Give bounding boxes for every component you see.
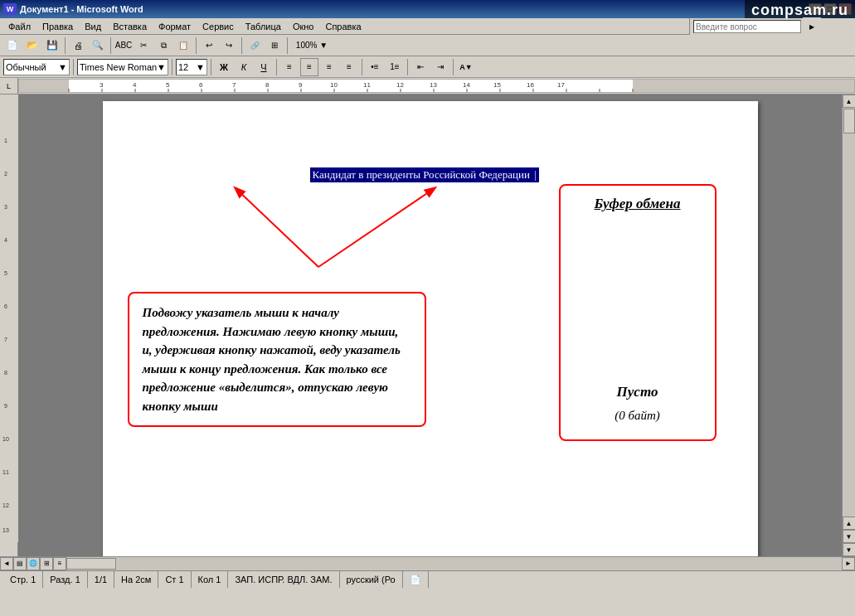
svg-text:10: 10 xyxy=(2,436,9,442)
toolbar-formatting: Обычный ▼ Times New Roman ▼ 12 ▼ Ж К Ч ≡… xyxy=(0,56,855,78)
print-button[interactable]: 🖨 xyxy=(69,36,87,55)
status-pages: 1/1 xyxy=(88,571,114,588)
cut-button[interactable]: ✂ xyxy=(134,36,153,55)
svg-text:14: 14 xyxy=(463,81,470,89)
menu-insert[interactable]: Вставка xyxy=(108,21,152,32)
scroll-track[interactable] xyxy=(843,108,856,517)
scroll-up-button[interactable]: ▲ xyxy=(843,95,856,108)
separator-8 xyxy=(211,59,211,75)
svg-rect-2 xyxy=(633,79,854,93)
zoom-dropdown[interactable]: 100% ▼ xyxy=(291,36,333,55)
indent-increase-button[interactable]: ⇥ xyxy=(431,58,449,76)
align-right-button[interactable]: ≡ xyxy=(320,58,338,76)
scroll-down-button[interactable]: ▼ xyxy=(843,543,856,556)
menu-window[interactable]: Окно xyxy=(288,21,319,32)
bullets-button[interactable]: •≡ xyxy=(366,58,384,76)
buffer-box: Буфер обмена Пусто (0 байт) xyxy=(559,184,717,441)
scroll-thumb[interactable] xyxy=(843,109,855,133)
numbering-button[interactable]: 1≡ xyxy=(386,58,404,76)
table-button[interactable]: ⊞ xyxy=(265,36,284,55)
menu-help[interactable]: Справка xyxy=(320,21,366,32)
undo-button[interactable]: ↩ xyxy=(200,36,218,55)
scroll-next-page-button[interactable]: ▼ xyxy=(843,530,856,543)
paste-button[interactable]: 📋 xyxy=(174,36,192,55)
separator-3 xyxy=(196,37,197,54)
bold-button[interactable]: Ж xyxy=(215,58,233,76)
hyperlink-button[interactable]: 🔗 xyxy=(245,36,264,55)
menu-tools[interactable]: Сервис xyxy=(197,21,239,32)
status-section: Разд. 1 xyxy=(43,571,87,588)
svg-text:5: 5 xyxy=(4,270,7,276)
svg-text:4: 4 xyxy=(4,237,7,243)
status-lang: русский (Ро xyxy=(340,571,403,588)
open-button[interactable]: 📂 xyxy=(23,36,41,55)
svg-line-53 xyxy=(236,188,318,267)
selected-text-content: Кандидат в президенты Российской Федерац… xyxy=(313,168,530,181)
svg-text:15: 15 xyxy=(493,81,501,89)
svg-text:12: 12 xyxy=(396,81,404,89)
separator-5 xyxy=(287,37,288,54)
menu-table[interactable]: Таблица xyxy=(240,21,286,32)
search-input[interactable] xyxy=(693,20,801,33)
redo-button[interactable]: ↪ xyxy=(220,36,238,55)
hscroll-thumb[interactable] xyxy=(66,558,116,570)
document-page[interactable]: Кандидат в президенты Российской Федерац… xyxy=(103,101,758,556)
web-view-button[interactable]: 🌐 xyxy=(27,557,40,570)
ruler-content: 3 4 5 6 7 8 9 10 11 12 13 14 15 16 17 xyxy=(18,79,855,93)
text-color-button[interactable]: A▼ xyxy=(457,58,475,76)
indent-decrease-button[interactable]: ⇤ xyxy=(411,58,430,76)
copy-button[interactable]: ⧉ xyxy=(154,36,172,55)
spell-check-button[interactable]: ABC xyxy=(114,36,133,55)
svg-text:1: 1 xyxy=(4,138,7,143)
menu-edit[interactable]: Правка xyxy=(37,21,78,32)
print-view-button[interactable]: ⊞ xyxy=(40,557,53,570)
italic-button[interactable]: К xyxy=(235,58,253,76)
document-area[interactable]: Кандидат в президенты Российской Федерац… xyxy=(18,95,842,556)
normal-view-button[interactable]: ▤ xyxy=(13,557,27,570)
svg-text:8: 8 xyxy=(265,81,270,89)
vertical-scrollbar[interactable]: ▲ ▲ ▼ ▼ xyxy=(842,95,855,556)
hscroll-right-button[interactable]: ► xyxy=(842,557,855,570)
font-dropdown[interactable]: Times New Roman ▼ xyxy=(77,59,168,75)
size-dropdown[interactable]: 12 ▼ xyxy=(176,59,207,75)
align-center-button[interactable]: ≡ xyxy=(300,58,318,76)
hscroll-left-button[interactable]: ◄ xyxy=(0,557,13,570)
menu-format[interactable]: Формат xyxy=(153,21,196,32)
svg-text:2: 2 xyxy=(4,171,7,177)
svg-text:3: 3 xyxy=(100,81,104,89)
svg-text:11: 11 xyxy=(2,469,9,475)
horizontal-ruler: L 3 4 5 6 xyxy=(0,78,855,95)
svg-text:6: 6 xyxy=(199,81,203,89)
status-col: Кол 1 xyxy=(192,571,229,588)
outline-view-button[interactable]: ≡ xyxy=(53,557,66,570)
separator-4 xyxy=(241,37,242,54)
style-dropdown[interactable]: Обычный ▼ xyxy=(3,59,70,75)
font-label: Times New Roman xyxy=(80,62,157,72)
svg-line-54 xyxy=(318,188,435,267)
svg-text:4: 4 xyxy=(133,81,137,89)
scroll-prev-page-button[interactable]: ▲ xyxy=(843,517,856,530)
menu-view[interactable]: Вид xyxy=(80,21,106,32)
print-preview-button[interactable]: 🔍 xyxy=(89,36,107,55)
underline-button[interactable]: Ч xyxy=(255,58,273,76)
new-button[interactable]: 📄 xyxy=(3,36,22,55)
horizontal-scrollbar[interactable]: ◄ ▤ 🌐 ⊞ ≡ ► xyxy=(0,556,855,570)
separator-1 xyxy=(65,37,66,54)
tooltip-content: Подвожу указатель мыши к началу предложе… xyxy=(143,306,401,413)
separator-6 xyxy=(73,59,74,75)
status-flags: ЗАП. ИСПР. ВДЛ. ЗАМ. xyxy=(228,571,339,588)
save-button[interactable]: 💾 xyxy=(43,36,61,55)
svg-text:7: 7 xyxy=(232,81,236,89)
align-left-button[interactable]: ≡ xyxy=(280,58,299,76)
separator-2 xyxy=(110,37,111,54)
align-justify-button[interactable]: ≡ xyxy=(340,58,358,76)
menu-file[interactable]: Файл xyxy=(3,21,36,32)
svg-text:11: 11 xyxy=(363,81,371,89)
size-label: 12 xyxy=(178,62,188,72)
svg-text:5: 5 xyxy=(166,81,170,89)
titlebar: W Документ1 - Microsoft Word compsam.ru … xyxy=(0,0,855,18)
svg-text:12: 12 xyxy=(2,502,9,508)
hscroll-track[interactable] xyxy=(66,557,842,570)
toolbar-standard: 📄 📂 💾 🖨 🔍 ABC ✂ ⧉ 📋 ↩ ↪ 🔗 ⊞ 100% ▼ xyxy=(0,35,855,56)
search-go-button[interactable]: ▶ xyxy=(803,17,821,36)
